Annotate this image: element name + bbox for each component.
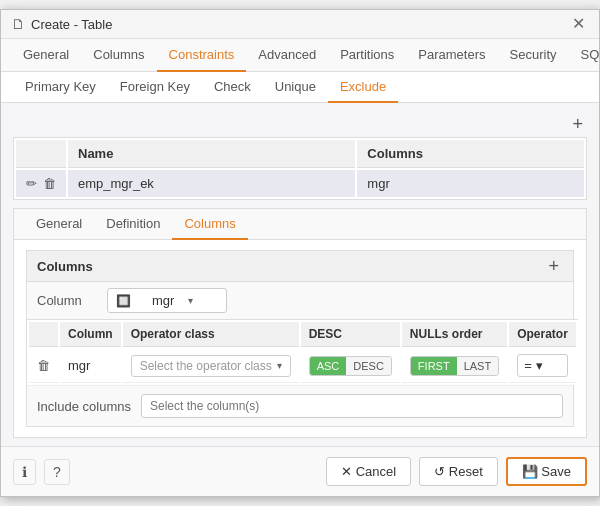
operator-chevron-icon: ▾ bbox=[536, 358, 543, 373]
inner-tab-definition[interactable]: Definition bbox=[94, 209, 172, 240]
window-title: Create - Table bbox=[31, 17, 112, 32]
window-icon: 🗋 bbox=[11, 16, 25, 32]
first-button[interactable]: FIRST bbox=[411, 357, 457, 375]
asc-button[interactable]: ASC bbox=[310, 357, 347, 375]
include-columns-row: Include columns bbox=[27, 385, 573, 426]
chevron-down-icon: ▾ bbox=[188, 295, 218, 306]
add-constraint-button[interactable]: + bbox=[568, 115, 587, 133]
data-col-column: Column bbox=[60, 322, 121, 347]
data-col-operator: Operator bbox=[509, 322, 576, 347]
data-col-del bbox=[29, 322, 58, 347]
title-bar: 🗋 Create - Table ✕ bbox=[1, 10, 599, 39]
tab-columns[interactable]: Columns bbox=[81, 39, 156, 72]
data-col-nulls: NULLs order bbox=[402, 322, 507, 347]
footer: ℹ ? ✕ Cancel ↺ Reset 💾 Save bbox=[1, 446, 599, 496]
data-col-operator-class: Operator class bbox=[123, 322, 299, 347]
tab-exclude[interactable]: Exclude bbox=[328, 72, 398, 103]
footer-right: ✕ Cancel ↺ Reset 💾 Save bbox=[326, 457, 587, 486]
reset-button[interactable]: ↺ Reset bbox=[419, 457, 498, 486]
column-value: mgr bbox=[152, 293, 182, 308]
inner-panel: General Definition Columns Columns + Col… bbox=[13, 208, 587, 438]
close-button[interactable]: ✕ bbox=[568, 16, 589, 32]
main-tab-bar: General Columns Constraints Advanced Par… bbox=[1, 39, 599, 72]
nulls-toggle[interactable]: FIRST LAST bbox=[410, 356, 499, 376]
data-row-nulls: FIRST LAST bbox=[402, 349, 507, 383]
constraint-columns: mgr bbox=[357, 170, 584, 197]
tab-unique[interactable]: Unique bbox=[263, 72, 328, 103]
info-button[interactable]: ℹ bbox=[13, 459, 36, 485]
columns-section-header: Columns + bbox=[27, 251, 573, 282]
tab-foreign-key[interactable]: Foreign Key bbox=[108, 72, 202, 103]
inner-tab-columns[interactable]: Columns bbox=[172, 209, 247, 240]
tab-security[interactable]: Security bbox=[498, 39, 569, 72]
content-area: + Name Columns ✏ 🗑 bbox=[1, 103, 599, 446]
tab-primary-key[interactable]: Primary Key bbox=[13, 72, 108, 103]
operator-dropdown[interactable]: = ▾ bbox=[517, 354, 568, 377]
tab-general[interactable]: General bbox=[11, 39, 81, 72]
include-label: Include columns bbox=[37, 399, 131, 414]
data-row-delete: 🗑 bbox=[29, 349, 58, 383]
delete-row-icon[interactable]: 🗑 bbox=[37, 358, 50, 373]
row-actions: ✏ 🗑 bbox=[16, 170, 66, 197]
columns-section-title: Columns bbox=[37, 259, 93, 274]
constraint-tab-bar: Primary Key Foreign Key Check Unique Exc… bbox=[1, 72, 599, 103]
data-table-row: 🗑 mgr Select the operator class ▾ bbox=[29, 349, 576, 383]
columns-section: Columns + Column 🔲 mgr ▾ bbox=[26, 250, 574, 427]
inner-content: Columns + Column 🔲 mgr ▾ bbox=[14, 240, 586, 437]
add-column-button[interactable]: + bbox=[544, 257, 563, 275]
main-window: 🗋 Create - Table ✕ General Columns Const… bbox=[0, 9, 600, 497]
data-table: Column Operator class DESC NULLs order O… bbox=[27, 319, 578, 385]
col-actions-header bbox=[16, 140, 66, 168]
data-row-column: mgr bbox=[60, 349, 121, 383]
operator-value: = bbox=[524, 358, 532, 373]
edit-icon[interactable]: ✏ bbox=[26, 176, 37, 191]
inner-tab-general[interactable]: General bbox=[24, 209, 94, 240]
title-bar-left: 🗋 Create - Table bbox=[11, 16, 112, 32]
operator-class-dropdown[interactable]: Select the operator class ▾ bbox=[131, 355, 291, 377]
include-columns-input[interactable] bbox=[141, 394, 563, 418]
tab-sql[interactable]: SQL bbox=[569, 39, 601, 72]
cancel-button[interactable]: ✕ Cancel bbox=[326, 457, 411, 486]
constraints-table: Name Columns ✏ 🗑 emp_mgr_ek mgr bbox=[13, 137, 587, 200]
inner-tab-bar: General Definition Columns bbox=[14, 209, 586, 240]
data-row-operator: = ▾ bbox=[509, 349, 576, 383]
column-label: Column bbox=[37, 293, 97, 308]
delete-icon[interactable]: 🗑 bbox=[43, 176, 56, 191]
tab-parameters[interactable]: Parameters bbox=[406, 39, 497, 72]
data-row-desc: ASC DESC bbox=[301, 349, 400, 383]
tab-advanced[interactable]: Advanced bbox=[246, 39, 328, 72]
col-name-header: Name bbox=[68, 140, 355, 168]
tab-check[interactable]: Check bbox=[202, 72, 263, 103]
column-dropdown[interactable]: 🔲 mgr ▾ bbox=[107, 288, 227, 313]
last-button[interactable]: LAST bbox=[457, 357, 499, 375]
tab-partitions[interactable]: Partitions bbox=[328, 39, 406, 72]
tab-constraints[interactable]: Constraints bbox=[157, 39, 247, 72]
operator-class-chevron-icon: ▾ bbox=[277, 360, 282, 371]
col-columns-header: Columns bbox=[357, 140, 584, 168]
data-col-desc: DESC bbox=[301, 322, 400, 347]
data-row-operator-class: Select the operator class ▾ bbox=[123, 349, 299, 383]
save-button[interactable]: 💾 Save bbox=[506, 457, 587, 486]
operator-class-placeholder: Select the operator class bbox=[140, 359, 272, 373]
column-type-icon: 🔲 bbox=[116, 294, 146, 308]
desc-button[interactable]: DESC bbox=[346, 357, 391, 375]
constraint-name: emp_mgr_ek bbox=[68, 170, 355, 197]
column-selector-row: Column 🔲 mgr ▾ bbox=[27, 282, 573, 319]
table-header-row: + bbox=[13, 111, 587, 137]
table-row: ✏ 🗑 emp_mgr_ek mgr bbox=[16, 170, 584, 197]
help-button[interactable]: ? bbox=[44, 459, 70, 485]
footer-left: ℹ ? bbox=[13, 459, 70, 485]
desc-toggle[interactable]: ASC DESC bbox=[309, 356, 392, 376]
